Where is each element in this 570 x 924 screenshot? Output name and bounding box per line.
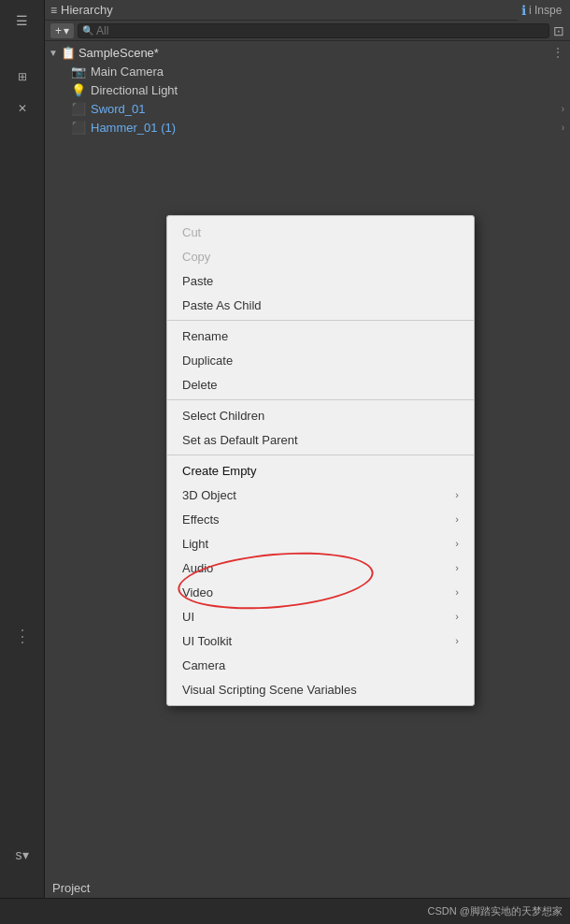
menu-item-delete[interactable]: Delete [167, 372, 474, 397]
main-camera-label: Main Camera [91, 65, 164, 79]
menu-separator [167, 320, 474, 321]
menu-item-label: Paste As Child [182, 298, 262, 312]
menu-item-audio[interactable]: Audio› [167, 556, 474, 580]
tool-icon-1[interactable]: ⊞ [9, 64, 36, 90]
scene-chevron: ▼ [49, 48, 58, 58]
menu-item-label: Video [182, 585, 213, 599]
tree-item-hammer[interactable]: ⬛ Hammer_01 (1) › [45, 118, 570, 137]
project-tab[interactable]: Project [45, 877, 138, 898]
tree-item-sword[interactable]: ⬛ Sword_01 › [45, 99, 570, 118]
directional-light-label: Directional Light [91, 83, 178, 97]
hammer-icon: ⬛ [71, 121, 86, 135]
scene-name: SampleScene* [78, 46, 159, 60]
menu-item-select-children[interactable]: Select Children [167, 403, 474, 427]
add-dropdown-arrow: ▾ [64, 24, 69, 37]
menu-item-label: Camera [182, 658, 225, 672]
search-bar: 🔍 [78, 23, 549, 38]
menu-item-label: Copy [182, 250, 210, 264]
menu-item-visual-scripting-scene-variables[interactable]: Visual Scripting Scene Variables [167, 677, 474, 701]
scene-icon: 📋 [61, 46, 76, 60]
bottom-bar: CSDN @脚踏实地的天梦想家 [0, 898, 570, 924]
panel-header: ≡ Hierarchy 🔓 ⋮ [45, 0, 570, 21]
menu-item-paste-as-child[interactable]: Paste As Child [167, 293, 474, 317]
menu-item-arrow: › [455, 513, 459, 525]
menu-item-label: Cut [182, 225, 201, 239]
left-strip: ☰ ⊞ ✕ ⋮ s▾ [0, 0, 45, 924]
menu-separator [167, 455, 474, 455]
scene-kebab-icon[interactable]: ⋮ [551, 45, 570, 60]
tree-item-main-camera[interactable]: 📷 Main Camera [45, 62, 570, 80]
hammer-arrow: › [562, 123, 564, 133]
menu-item-arrow: › [455, 489, 459, 500]
hierarchy-icon: ≡ [50, 4, 57, 17]
tree-item-directional-light[interactable]: 💡 Directional Light [45, 80, 570, 99]
hamburger-icon[interactable]: ☰ [9, 7, 36, 34]
menu-item-label: Audio [182, 561, 213, 575]
search-input[interactable] [96, 24, 545, 37]
menu-item-label: Paste [182, 274, 213, 288]
menu-item-arrow: › [455, 611, 459, 622]
menu-item-arrow: › [455, 635, 459, 646]
menu-item-ui-toolkit[interactable]: UI Toolkit› [167, 628, 474, 653]
menu-item-label: Select Children [182, 409, 264, 423]
menu-item-label: 3D Object [182, 488, 236, 502]
light-icon: 💡 [71, 83, 86, 97]
filter-icon[interactable]: ⊡ [553, 23, 564, 38]
menu-item-duplicate[interactable]: Duplicate [167, 348, 474, 372]
menu-item-rename[interactable]: Rename [167, 324, 474, 348]
menu-item-label: Effects [182, 513, 220, 527]
menu-item-set-as-default-parent[interactable]: Set as Default Parent [167, 427, 474, 452]
menu-item-label: Create Empty [182, 464, 256, 478]
menu-item-copy: Copy [167, 244, 474, 268]
add-button[interactable]: + ▾ [50, 23, 74, 38]
menu-item-video[interactable]: Video› [167, 580, 474, 604]
plus-label: + [55, 24, 62, 37]
tool-icon-2[interactable]: ✕ [9, 95, 36, 122]
menu-item-label: UI [182, 610, 194, 624]
sword-arrow: › [562, 104, 564, 114]
menu-item-label: Rename [182, 329, 228, 343]
menu-item-camera[interactable]: Camera [167, 653, 474, 677]
panel-title: Hierarchy [61, 3, 526, 17]
menu-item-arrow: › [455, 538, 459, 549]
camera-icon: 📷 [71, 65, 86, 79]
menu-item-label: Light [182, 537, 208, 551]
search-icon: 🔍 [82, 25, 93, 36]
info-icon: ℹ [521, 3, 526, 18]
menu-separator [167, 399, 474, 400]
tool-icon-3[interactable]: s▾ [9, 842, 36, 868]
sword-icon: ⬛ [71, 102, 86, 116]
scene-row-left: ▼ 📋 SampleScene* [49, 46, 159, 60]
inspector-hint: ℹ i Inspe [518, 0, 570, 21]
hierarchy-panel: ≡ Hierarchy 🔓 ⋮ ℹ i Inspe + ▾ 🔍 ⊡ ▼ 📋 Sa… [45, 0, 570, 924]
menu-item-3d-object[interactable]: 3D Object› [167, 483, 474, 507]
dots-icon-mid[interactable]: ⋮ [9, 623, 36, 649]
menu-item-light[interactable]: Light› [167, 531, 474, 556]
menu-item-label: Set as Default Parent [182, 433, 298, 447]
csdn-label: CSDN @脚踏实地的天梦想家 [428, 904, 563, 918]
menu-item-label: Duplicate [182, 354, 233, 368]
menu-item-effects[interactable]: Effects› [167, 507, 474, 531]
menu-item-arrow: › [455, 586, 459, 598]
sword-label: Sword_01 [91, 102, 146, 116]
hammer-label: Hammer_01 (1) [91, 121, 176, 135]
menu-item-label: Delete [182, 378, 218, 392]
tree-area: ▼ 📋 SampleScene* ⋮ 📷 Main Camera 💡 Direc… [45, 41, 570, 137]
menu-item-paste[interactable]: Paste [167, 268, 474, 293]
scene-row[interactable]: ▼ 📋 SampleScene* ⋮ [45, 43, 570, 62]
project-label: Project [52, 881, 90, 895]
menu-item-arrow: › [455, 562, 459, 573]
menu-item-ui[interactable]: UI› [167, 604, 474, 628]
menu-item-create-empty[interactable]: Create Empty [167, 458, 474, 483]
menu-item-label: Visual Scripting Scene Variables [182, 683, 357, 697]
context-menu: CutCopyPastePaste As ChildRenameDuplicat… [166, 215, 475, 706]
inspector-label: i Inspe [529, 4, 562, 17]
menu-item-cut: Cut [167, 220, 474, 244]
menu-item-label: UI Toolkit [182, 634, 232, 648]
toolbar-row: + ▾ 🔍 ⊡ [45, 21, 570, 41]
